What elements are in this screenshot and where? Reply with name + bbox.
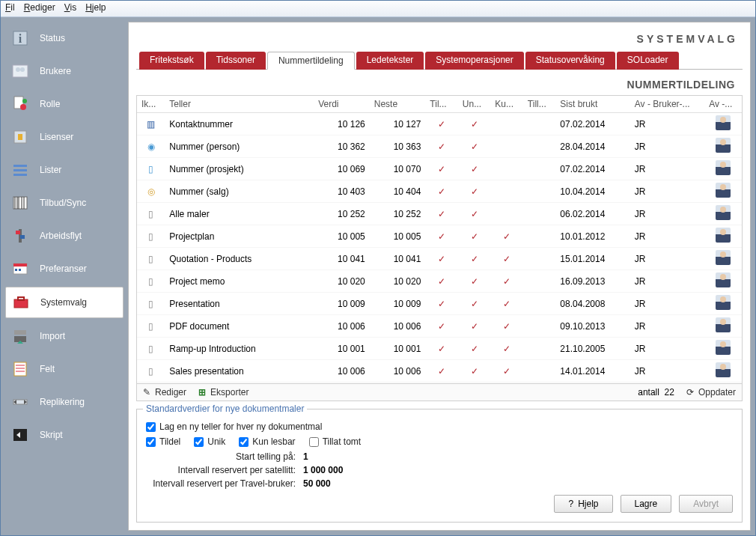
row-icon: ▯ (145, 298, 157, 310)
svg-rect-29 (14, 330, 26, 335)
table-row[interactable]: ▥Kontaktnummer10 12610 127✓✓07.02.2014JR (137, 113, 742, 135)
cell-unik: ✓ (458, 293, 491, 315)
sidebar-item-arbeidsflyt[interactable]: Arbeidsflyt (5, 221, 124, 251)
cell-neste: 10 006 (370, 315, 426, 338)
sidebar-item-lisenser[interactable]: Lisenser (5, 122, 124, 152)
sidebar-item-rolle[interactable]: Rolle (5, 89, 124, 119)
avatar-icon (716, 362, 731, 377)
sidebar-item-skript[interactable]: Skript (5, 420, 124, 450)
column-header[interactable]: Teller (165, 96, 314, 113)
column-header[interactable]: Av -... (704, 96, 742, 113)
save-button[interactable]: Lagre (621, 495, 672, 513)
unik-checkbox[interactable]: Unik (194, 436, 225, 447)
tab-ledetekster[interactable]: Ledetekster (356, 52, 424, 70)
sidebar-item-tilbudsync[interactable]: Tilbud/Sync (5, 188, 124, 218)
table-row[interactable]: ▯Project memo10 02010 020✓✓✓16.09.2013JR (137, 270, 742, 293)
row-icon: ▯ (145, 320, 157, 332)
cell-till (523, 293, 556, 315)
kun-lesbar-checkbox[interactable]: Kun lesbar (239, 436, 295, 447)
sidebar-icon (11, 62, 29, 80)
column-header[interactable]: Un... (458, 96, 491, 113)
sidebar-label: Arbeidsflyt (40, 231, 82, 241)
cell-teller: Quotation - Products (165, 248, 314, 270)
export-button[interactable]: ⊞ Eksporter (198, 387, 249, 398)
column-header[interactable]: Sist brukt (555, 96, 630, 113)
cell-unik: ✓ (458, 113, 491, 135)
sidebar-item-status[interactable]: iStatus (5, 23, 124, 53)
sidebar: iStatusBrukereRolleLisenserListerTilbud/… (1, 17, 128, 535)
column-header[interactable]: Verdi (314, 96, 370, 113)
table-row[interactable]: ▯PDF document10 00610 006✓✓✓09.10.2013JR (137, 315, 742, 338)
avatar-icon (716, 183, 731, 198)
cell-avb: JR (630, 293, 704, 315)
svg-point-7 (22, 99, 27, 103)
tab-soloader[interactable]: SOLoader (617, 52, 679, 70)
cell-sist: 08.04.2008 (555, 293, 630, 315)
sidebar-item-systemvalg[interactable]: Systemvalg (5, 287, 124, 318)
cell-tildel: ✓ (425, 135, 458, 158)
table-row[interactable]: ▯Nummer (prosjekt)10 06910 070✓✓07.02.20… (137, 158, 742, 180)
cell-teller: Nummer (prosjekt) (165, 158, 314, 180)
avatar-icon (716, 295, 731, 310)
tillat-tomt-checkbox[interactable]: Tillat tomt (309, 436, 362, 447)
edit-button[interactable]: ✎ Rediger (143, 387, 186, 398)
column-header[interactable]: Neste (370, 96, 426, 113)
column-header[interactable]: Til... (425, 96, 458, 113)
column-header[interactable]: Till... (523, 96, 556, 113)
tab-systemoperasjoner[interactable]: Systemoperasjoner (425, 52, 523, 70)
tab-tidssoner[interactable]: Tidssoner (206, 52, 266, 70)
column-header[interactable]: Ik... (137, 96, 165, 113)
new-counter-checkbox[interactable]: Lag en ny teller for hver ny dokumentmal (146, 421, 322, 432)
sidebar-label: Brukere (40, 66, 71, 76)
cell-teller: Kontaktnummer (165, 113, 314, 135)
sidebar-item-lister[interactable]: Lister (5, 155, 124, 185)
column-header[interactable]: Av - Bruker-... (630, 96, 704, 113)
cancel-button[interactable]: Avbryt (679, 495, 733, 513)
table-row[interactable]: ▯Projectplan10 00510 005✓✓✓10.01.2012JR (137, 225, 742, 248)
avatar-icon (716, 228, 731, 243)
cell-till (523, 315, 556, 338)
sidebar-icon (11, 426, 29, 444)
sidebar-item-preferanser[interactable]: Preferanser (5, 254, 124, 284)
menu-rediger[interactable]: Rediger (24, 2, 55, 15)
cell-neste: 10 020 (370, 270, 426, 293)
sidebar-item-felt[interactable]: Felt (5, 354, 124, 384)
cell-kun (490, 158, 523, 180)
menu-vis[interactable]: Vis (64, 2, 76, 15)
cell-unik: ✓ (458, 135, 491, 158)
sidebar-item-replikering[interactable]: Replikering (5, 387, 124, 417)
table-row[interactable]: ▯Ramp-up Introduction10 00110 001✓✓✓21.1… (137, 338, 742, 360)
refresh-button[interactable]: ⟳ Oppdater (686, 387, 736, 398)
help-button[interactable]: ? Hjelp (554, 495, 612, 513)
cell-sist: 28.04.2014 (555, 135, 630, 158)
travel-label: Intervall reservert per Travel-bruker: (146, 478, 303, 489)
tab-nummertildeling[interactable]: Nummertildeling (267, 52, 355, 70)
refresh-icon: ⟳ (686, 387, 694, 398)
table-row[interactable]: ▯Quotation - Products10 04110 041✓✓✓15.0… (137, 248, 742, 270)
tildel-checkbox[interactable]: Tildel (146, 436, 180, 447)
table-row[interactable]: ▯Presentation10 00910 009✓✓✓08.04.2008JR (137, 293, 742, 315)
svg-point-4 (20, 67, 25, 72)
table-row[interactable]: ▯Alle maler10 25210 252✓✓06.02.2014JR (137, 203, 742, 225)
table-row[interactable]: ◎Nummer (salg)10 40310 404✓✓10.04.2014JR (137, 180, 742, 203)
cell-verdi: 10 009 (314, 293, 370, 315)
sidebar-item-import[interactable]: Import (5, 321, 124, 351)
table-row[interactable]: ◉Nummer (person)10 36210 363✓✓28.04.2014… (137, 135, 742, 158)
sidebar-icon: i (11, 29, 29, 47)
menu-hjelp[interactable]: Hjelp (85, 2, 106, 15)
cell-kun (490, 135, 523, 158)
svg-rect-9 (18, 134, 22, 140)
cell-unik: ✓ (458, 248, 491, 270)
table-row[interactable]: ▯Sales presentation10 00610 006✓✓✓14.01.… (137, 360, 742, 383)
menu-fil[interactable]: Fil (5, 2, 15, 15)
avatar-icon (716, 272, 731, 287)
app-title: SYSTEMVALG (136, 30, 743, 51)
tab-fritekstsk[interactable]: Fritekstsøk (139, 52, 204, 70)
column-header[interactable]: Ku... (490, 96, 523, 113)
cell-avb: JR (630, 180, 704, 203)
sidebar-item-brukere[interactable]: Brukere (5, 56, 124, 86)
tab-statusovervking[interactable]: Statusovervåking (525, 52, 615, 70)
cell-kun: ✓ (490, 270, 523, 293)
svg-rect-13 (13, 197, 27, 209)
svg-rect-10 (13, 165, 27, 167)
